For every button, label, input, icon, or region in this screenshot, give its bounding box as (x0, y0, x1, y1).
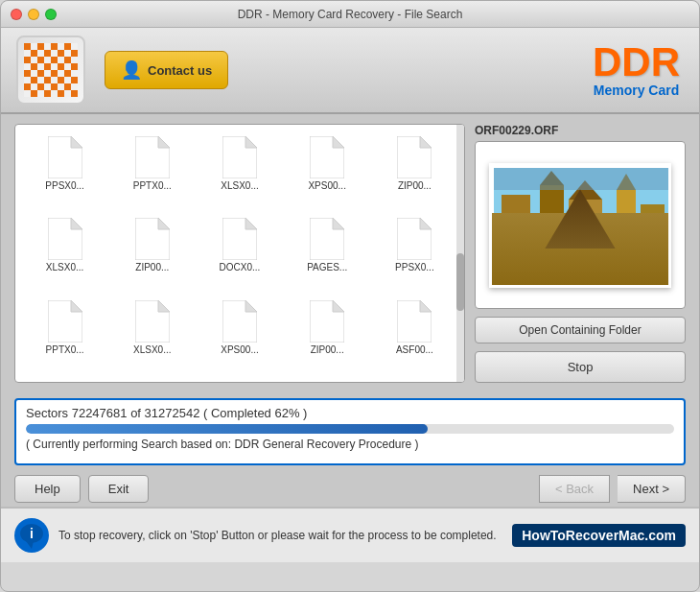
list-item[interactable]: ZIP00... (286, 296, 369, 374)
svg-rect-16 (71, 63, 78, 70)
file-icon (222, 136, 257, 178)
exit-button[interactable]: Exit (88, 475, 150, 503)
svg-point-73 (516, 243, 525, 258)
status-box: Sectors 72247681 of 31272542 ( Completed… (14, 398, 686, 465)
file-icon (48, 300, 82, 343)
ddr-text: DDR (593, 42, 680, 83)
file-icon (397, 300, 432, 343)
file-icon (310, 218, 344, 260)
svg-rect-8 (71, 50, 78, 57)
file-label: PPTX0... (133, 180, 172, 191)
contact-button[interactable]: 👤 Contact us (105, 51, 228, 89)
svg-rect-72 (641, 204, 665, 252)
list-item[interactable]: PPTX0... (23, 296, 106, 374)
svg-rect-32 (71, 90, 78, 97)
stop-button[interactable]: Stop (475, 351, 686, 383)
minimize-button[interactable] (28, 9, 39, 20)
list-item[interactable]: XLSX0... (198, 132, 281, 210)
maximize-button[interactable] (45, 9, 57, 20)
info-text: To stop recovery, click on 'Stop' Button… (58, 529, 502, 542)
list-item[interactable]: PPSX0... (373, 214, 456, 292)
preview-image (489, 163, 671, 288)
file-icon (397, 136, 432, 178)
file-label: ZIP00... (398, 180, 432, 191)
svg-rect-6 (44, 50, 51, 57)
status-area: Sectors 72247681 of 31272542 ( Completed… (1, 392, 699, 471)
svg-rect-2 (37, 43, 44, 50)
main-content: PPSX0... PPTX0... XLSX0... XPS00... (1, 114, 699, 392)
list-item[interactable]: ASF00... (373, 296, 456, 374)
svg-rect-15 (58, 63, 64, 70)
help-button[interactable]: Help (14, 475, 81, 503)
list-item[interactable]: DOCX0... (198, 214, 281, 292)
logo-icon (24, 43, 78, 97)
svg-rect-3 (51, 43, 58, 50)
svg-marker-34 (71, 136, 82, 148)
svg-rect-11 (51, 57, 58, 63)
preview-svg (492, 166, 671, 288)
svg-rect-64 (492, 224, 671, 288)
svg-rect-9 (24, 57, 31, 63)
back-button[interactable]: < Back (539, 475, 610, 503)
svg-point-74 (540, 240, 549, 255)
svg-rect-10 (37, 57, 44, 63)
close-button[interactable] (11, 9, 22, 20)
svg-marker-48 (245, 218, 257, 229)
svg-point-76 (594, 243, 601, 256)
svg-point-75 (564, 245, 573, 260)
file-icon (222, 300, 257, 343)
svg-rect-28 (64, 83, 71, 90)
svg-rect-21 (31, 77, 37, 83)
svg-rect-18 (37, 70, 44, 77)
svg-rect-24 (71, 77, 78, 83)
svg-rect-1 (24, 43, 31, 50)
svg-rect-70 (617, 190, 636, 252)
svg-marker-60 (333, 300, 344, 312)
svg-marker-50 (333, 218, 344, 229)
next-button[interactable]: Next > (618, 475, 686, 503)
file-icon (310, 300, 344, 343)
file-label: ASF00... (396, 344, 433, 355)
file-label: XPS00... (308, 180, 345, 191)
svg-rect-77 (492, 166, 671, 190)
scrollbar-thumb[interactable] (456, 253, 464, 311)
open-folder-button[interactable]: Open Containing Folder (475, 317, 686, 343)
header: 👤 Contact us DDR Memory Card (1, 28, 699, 114)
list-item[interactable]: PPSX0... (23, 132, 106, 210)
list-item[interactable]: XLSX0... (110, 296, 194, 374)
svg-marker-58 (245, 300, 257, 312)
list-item[interactable]: PAGES... (286, 214, 369, 292)
file-label: PAGES... (307, 262, 347, 272)
file-icon (135, 136, 170, 178)
svg-marker-62 (420, 300, 432, 312)
ddr-logo: DDR Memory Card (593, 42, 680, 98)
file-label: PPTX0... (46, 344, 84, 355)
svg-rect-65 (502, 195, 530, 252)
bottom-info-bar: i To stop recovery, click on 'Stop' Butt… (1, 507, 699, 562)
svg-rect-29 (31, 90, 37, 97)
list-item[interactable]: PPTX0... (110, 132, 194, 210)
watermark: HowToRecoverMac.com (512, 524, 686, 547)
file-label: DOCX0... (220, 262, 261, 272)
sectors-text: Sectors 72247681 of 31272542 ( Completed… (26, 406, 674, 420)
list-item[interactable]: ZIP00... (373, 132, 456, 210)
svg-rect-19 (51, 70, 58, 77)
svg-marker-54 (71, 300, 82, 312)
list-item[interactable]: XLSX0... (23, 214, 106, 292)
file-icon (310, 136, 344, 178)
svg-marker-46 (158, 218, 170, 229)
list-item[interactable]: XPS00... (198, 296, 281, 374)
svg-rect-22 (44, 77, 51, 83)
file-label: XLSX0... (133, 344, 171, 355)
file-icon (135, 300, 170, 343)
svg-marker-56 (158, 300, 170, 312)
file-icon (397, 218, 432, 260)
svg-rect-30 (44, 90, 51, 97)
svg-rect-7 (58, 50, 64, 57)
file-label: ZIP00... (311, 344, 344, 355)
scrollbar[interactable] (456, 125, 464, 382)
list-item[interactable]: ZIP00... (110, 214, 194, 292)
titlebar: DDR - Memory Card Recovery - File Search (1, 1, 699, 28)
list-item[interactable]: XPS00... (286, 132, 369, 210)
svg-rect-12 (64, 57, 71, 63)
